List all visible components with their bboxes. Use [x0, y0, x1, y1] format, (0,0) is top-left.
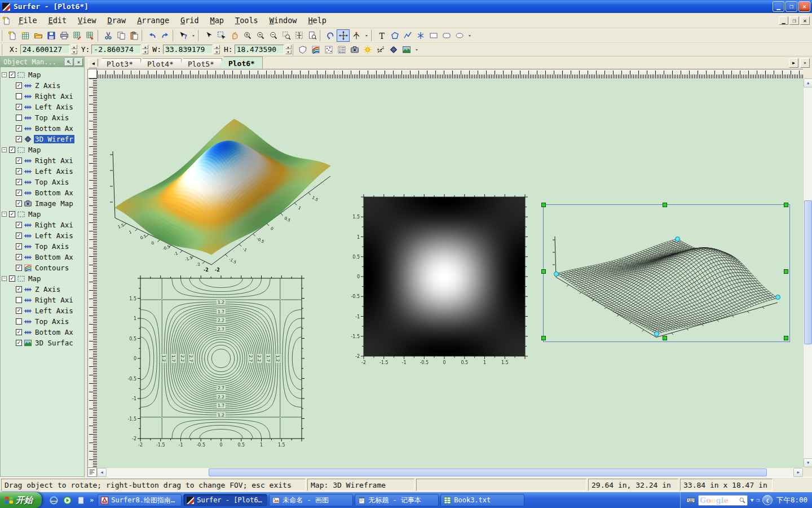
tree-item-3d-wirefr[interactable]: ✓3D Wirefr: [1, 134, 84, 144]
tree-checkbox[interactable]: ✓: [16, 233, 22, 239]
scroll-up-button[interactable]: ▲: [804, 78, 812, 87]
taskbar-task-2[interactable]: Surfer - [Plot6*]: [183, 494, 267, 506]
horizontal-scroll-thumb[interactable]: [209, 468, 767, 476]
tree-group-map[interactable]: −✓Map: [1, 209, 84, 220]
copy-button[interactable]: [114, 29, 127, 42]
restore-button[interactable]: ❐: [785, 1, 797, 12]
horizontal-scrollbar[interactable]: ◀ ▶: [97, 467, 803, 477]
vertical-scroll-thumb[interactable]: [804, 200, 812, 344]
polyline-button[interactable]: [401, 29, 414, 42]
select-button[interactable]: [202, 29, 215, 42]
image-map-button[interactable]: [348, 43, 361, 56]
spin-up-icon[interactable]: ▲: [214, 45, 220, 49]
tree-checkbox[interactable]: ✓: [16, 190, 22, 196]
menu-file[interactable]: File: [13, 14, 43, 27]
taskbar-task-4[interactable]: 无标题 - 记事本: [355, 494, 439, 506]
document-icon[interactable]: [75, 494, 86, 506]
menu-arrange[interactable]: Arrange: [131, 14, 175, 27]
tree-checkbox[interactable]: ✓: [16, 222, 22, 228]
spin-down-icon[interactable]: ▼: [214, 50, 220, 54]
tree-checkbox[interactable]: ✓: [16, 254, 22, 260]
coordinate-spinner[interactable]: ▲▼: [142, 45, 148, 54]
shaded-relief-button[interactable]: [361, 43, 374, 56]
google-deskbar[interactable]: Google: [698, 495, 748, 506]
tree-checkbox[interactable]: ✓: [16, 125, 22, 132]
tree-item-z-axis[interactable]: ✓Z Axis: [1, 284, 84, 295]
rotate-handle-right[interactable]: [775, 295, 780, 300]
tree-checkbox[interactable]: ✓: [16, 265, 22, 271]
tree-checkbox[interactable]: ✓: [9, 275, 15, 282]
scroll-left-button[interactable]: ◀: [97, 468, 107, 477]
tree-item-right-axi[interactable]: ✓Right Axi: [1, 220, 84, 230]
zoom-window-button[interactable]: [280, 29, 293, 42]
wireframe-map[interactable]: [544, 205, 791, 343]
tree-expand-icon[interactable]: −: [2, 212, 7, 217]
map-dropdown[interactable]: [413, 43, 421, 56]
new-worksheet-button[interactable]: [19, 29, 32, 42]
tree-expand-icon[interactable]: −: [2, 147, 7, 152]
tree-item-right-axi[interactable]: Right Axi: [1, 91, 84, 102]
coordinate-value-input[interactable]: -2.860374: [91, 45, 141, 54]
symbol-button[interactable]: [414, 29, 427, 42]
tree-checkbox[interactable]: ✓: [9, 147, 15, 153]
tab-plot5[interactable]: Plot5*: [178, 58, 222, 69]
selection-handle-s[interactable]: [663, 336, 667, 340]
post-labels-button[interactable]: tz1: [374, 43, 387, 56]
zoom-page-button[interactable]: [306, 29, 319, 42]
tree-item-bottom-ax[interactable]: ✓Bottom Ax: [1, 187, 84, 198]
tree-item-image-map[interactable]: ✓Image Map: [1, 198, 84, 209]
tree-checkbox[interactable]: ✓: [16, 104, 22, 110]
tree-checkbox[interactable]: [16, 93, 22, 99]
media-player-icon[interactable]: [61, 494, 73, 506]
rectangle-button[interactable]: [427, 29, 440, 42]
coordinate-value-input[interactable]: 33.839179: [163, 45, 213, 54]
tree-checkbox[interactable]: ✓: [16, 286, 22, 292]
keyboard-icon[interactable]: [686, 496, 695, 505]
post-map-button[interactable]: [323, 43, 336, 56]
tab-scroll-left-button[interactable]: ◀: [89, 59, 98, 68]
rotate-handle-back[interactable]: [675, 237, 680, 242]
tree-group-map[interactable]: −✓Map: [1, 69, 84, 80]
menu-draw[interactable]: Draw: [102, 14, 132, 27]
tree-checkbox[interactable]: ✓: [16, 329, 22, 335]
redo-button[interactable]: [158, 29, 171, 42]
taskbar-task-5[interactable]: Book3.txt: [440, 494, 524, 506]
tab-plot4[interactable]: Plot4*: [137, 58, 182, 69]
tree-item-z-axis[interactable]: ✓Z Axis: [1, 80, 84, 91]
tree-expand-icon[interactable]: −: [2, 276, 7, 281]
trackball-3d-button[interactable]: [337, 29, 350, 42]
vertical-scrollbar[interactable]: ▲ ▼: [803, 78, 812, 467]
open-button[interactable]: [32, 29, 45, 42]
selection-handle-w[interactable]: [541, 269, 546, 274]
selection-handle-nw[interactable]: [541, 203, 546, 207]
image-map[interactable]: [346, 190, 532, 370]
grid-convert-button[interactable]: [83, 29, 96, 42]
tree-item-top-axis[interactable]: ✓Top Axis: [1, 241, 84, 252]
tree-checkbox[interactable]: ✓: [9, 211, 15, 217]
fov-3d-button[interactable]: [350, 29, 363, 42]
tree-checkbox[interactable]: ✓: [16, 82, 22, 89]
deskbar-restore-icon[interactable]: ❒: [756, 497, 759, 503]
save-button[interactable]: [45, 29, 58, 42]
scroll-right-button[interactable]: ▶: [793, 468, 803, 477]
spin-up-icon[interactable]: ▲: [71, 45, 77, 49]
menu-grid[interactable]: Grid: [175, 14, 205, 27]
tab-plot6[interactable]: Plot6*: [218, 56, 263, 69]
tree-checkbox[interactable]: [16, 115, 22, 121]
close-button[interactable]: ✕: [798, 1, 810, 12]
zoom-extents-button[interactable]: [293, 29, 306, 42]
tree-item-contours[interactable]: ✓Contours: [1, 262, 84, 273]
selection-handle-e[interactable]: [784, 269, 788, 274]
menu-window[interactable]: Window: [264, 14, 303, 27]
zoom-out-button[interactable]: [267, 29, 280, 42]
tree-item-top-axis[interactable]: Top Axis: [1, 112, 84, 123]
tab-close-button[interactable]: ✕: [800, 58, 810, 68]
pan-button[interactable]: [228, 29, 241, 42]
tree-item-right-axi[interactable]: Right Axi: [1, 295, 84, 305]
contour-map-button[interactable]: [310, 43, 323, 56]
tab-scroll-right-button[interactable]: ▶: [789, 58, 798, 68]
tree-checkbox[interactable]: ✓: [9, 72, 15, 78]
draw-dropdown[interactable]: [466, 29, 473, 42]
tree-checkbox[interactable]: ✓: [16, 157, 22, 164]
deskbar-dropdown-icon[interactable]: ▼: [751, 497, 753, 503]
